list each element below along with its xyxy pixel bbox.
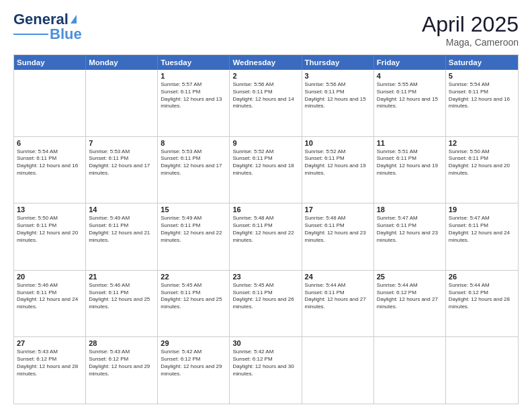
calendar-cell: 20Sunrise: 5:46 AM Sunset: 6:11 PM Dayli… — [14, 271, 86, 337]
day-sun-info: Sunrise: 5:50 AM Sunset: 6:11 PM Dayligh… — [449, 148, 515, 177]
day-number: 11 — [377, 139, 443, 147]
day-number: 16 — [232, 205, 298, 214]
day-number: 8 — [161, 139, 226, 147]
calendar-location: Maga, Cameroon — [422, 37, 519, 48]
logo-blue-text: Blue — [50, 27, 82, 42]
calendar-cell: 13Sunrise: 5:50 AM Sunset: 6:11 PM Dayli… — [14, 203, 86, 270]
day-sun-info: Sunrise: 5:47 AM Sunset: 6:11 PM Dayligh… — [377, 215, 443, 244]
calendar-cell: 3Sunrise: 5:56 AM Sunset: 6:11 PM Daylig… — [302, 70, 374, 136]
day-sun-info: Sunrise: 5:55 AM Sunset: 6:11 PM Dayligh… — [377, 81, 443, 110]
calendar-cell: 6Sunrise: 5:54 AM Sunset: 6:11 PM Daylig… — [14, 137, 86, 203]
col-header-friday: Friday — [374, 55, 446, 70]
day-sun-info: Sunrise: 5:44 AM Sunset: 6:11 PM Dayligh… — [305, 282, 371, 311]
col-header-monday: Monday — [86, 55, 158, 70]
calendar-cell: 1Sunrise: 5:57 AM Sunset: 6:11 PM Daylig… — [158, 70, 230, 136]
day-number: 20 — [17, 273, 83, 281]
col-header-thursday: Thursday — [302, 55, 374, 70]
calendar-body: 1Sunrise: 5:57 AM Sunset: 6:11 PM Daylig… — [14, 70, 518, 404]
day-sun-info: Sunrise: 5:52 AM Sunset: 6:11 PM Dayligh… — [305, 148, 371, 177]
calendar-cell — [374, 337, 446, 404]
day-number: 17 — [305, 205, 371, 214]
calendar-cell: 10Sunrise: 5:52 AM Sunset: 6:11 PM Dayli… — [302, 137, 374, 203]
calendar-week-5: 27Sunrise: 5:43 AM Sunset: 6:12 PM Dayli… — [14, 337, 518, 404]
day-number: 13 — [17, 205, 83, 214]
calendar-cell: 26Sunrise: 5:44 AM Sunset: 6:12 PM Dayli… — [446, 271, 518, 337]
calendar-cell: 16Sunrise: 5:48 AM Sunset: 6:11 PM Dayli… — [230, 203, 302, 270]
calendar-cell: 25Sunrise: 5:44 AM Sunset: 6:12 PM Dayli… — [374, 271, 446, 337]
calendar-cell: 24Sunrise: 5:44 AM Sunset: 6:11 PM Dayli… — [302, 271, 374, 337]
calendar-cell: 4Sunrise: 5:55 AM Sunset: 6:11 PM Daylig… — [374, 70, 446, 136]
day-number: 15 — [161, 205, 226, 214]
day-sun-info: Sunrise: 5:46 AM Sunset: 6:11 PM Dayligh… — [17, 282, 83, 311]
calendar-cell: 18Sunrise: 5:47 AM Sunset: 6:11 PM Dayli… — [374, 203, 446, 270]
day-number: 29 — [161, 339, 226, 347]
calendar-title: April 2025 — [422, 12, 519, 37]
calendar-cell: 23Sunrise: 5:45 AM Sunset: 6:11 PM Dayli… — [230, 271, 302, 337]
day-number: 19 — [449, 205, 515, 214]
col-header-tuesday: Tuesday — [158, 55, 230, 70]
calendar-cell — [86, 70, 158, 136]
calendar-cell: 12Sunrise: 5:50 AM Sunset: 6:11 PM Dayli… — [446, 137, 518, 203]
calendar-header-row: SundayMondayTuesdayWednesdayThursdayFrid… — [14, 55, 518, 70]
day-sun-info: Sunrise: 5:52 AM Sunset: 6:11 PM Dayligh… — [232, 148, 298, 177]
calendar: SundayMondayTuesdayWednesdayThursdayFrid… — [13, 54, 519, 404]
day-number: 21 — [89, 273, 154, 281]
day-number: 7 — [89, 139, 154, 147]
calendar-week-1: 1Sunrise: 5:57 AM Sunset: 6:11 PM Daylig… — [14, 70, 518, 137]
day-number: 3 — [305, 72, 371, 80]
col-header-wednesday: Wednesday — [230, 55, 302, 70]
title-block: April 2025 Maga, Cameroon — [422, 12, 519, 48]
day-sun-info: Sunrise: 5:45 AM Sunset: 6:11 PM Dayligh… — [161, 282, 226, 311]
day-sun-info: Sunrise: 5:48 AM Sunset: 6:11 PM Dayligh… — [232, 215, 298, 244]
day-sun-info: Sunrise: 5:46 AM Sunset: 6:11 PM Dayligh… — [89, 282, 154, 311]
calendar-cell: 21Sunrise: 5:46 AM Sunset: 6:11 PM Dayli… — [86, 271, 158, 337]
day-number: 1 — [161, 72, 226, 80]
day-sun-info: Sunrise: 5:56 AM Sunset: 6:11 PM Dayligh… — [232, 81, 298, 110]
calendar-cell: 22Sunrise: 5:45 AM Sunset: 6:11 PM Dayli… — [158, 271, 230, 337]
calendar-cell: 28Sunrise: 5:43 AM Sunset: 6:12 PM Dayli… — [86, 337, 158, 404]
calendar-cell: 15Sunrise: 5:49 AM Sunset: 6:11 PM Dayli… — [158, 203, 230, 270]
calendar-cell: 17Sunrise: 5:48 AM Sunset: 6:11 PM Dayli… — [302, 203, 374, 270]
col-header-sunday: Sunday — [14, 55, 86, 70]
day-sun-info: Sunrise: 5:43 AM Sunset: 6:12 PM Dayligh… — [89, 349, 154, 377]
day-number: 28 — [89, 339, 154, 347]
calendar-week-3: 13Sunrise: 5:50 AM Sunset: 6:11 PM Dayli… — [14, 203, 518, 271]
day-number: 23 — [232, 273, 298, 281]
day-number: 30 — [232, 339, 298, 347]
day-sun-info: Sunrise: 5:56 AM Sunset: 6:11 PM Dayligh… — [305, 81, 371, 110]
day-sun-info: Sunrise: 5:44 AM Sunset: 6:12 PM Dayligh… — [377, 282, 443, 311]
calendar-cell: 8Sunrise: 5:53 AM Sunset: 6:11 PM Daylig… — [158, 137, 230, 203]
page: General Blue April 2025 Maga, Cameroon S… — [0, 0, 532, 411]
day-number: 12 — [449, 139, 515, 147]
calendar-cell: 5Sunrise: 5:54 AM Sunset: 6:11 PM Daylig… — [446, 70, 518, 136]
calendar-cell: 2Sunrise: 5:56 AM Sunset: 6:11 PM Daylig… — [230, 70, 302, 136]
day-number: 14 — [89, 205, 154, 214]
day-number: 18 — [377, 205, 443, 214]
calendar-cell: 30Sunrise: 5:42 AM Sunset: 6:12 PM Dayli… — [230, 337, 302, 404]
day-number: 22 — [161, 273, 226, 281]
day-number: 26 — [449, 273, 515, 281]
day-sun-info: Sunrise: 5:47 AM Sunset: 6:11 PM Dayligh… — [449, 215, 515, 244]
day-sun-info: Sunrise: 5:43 AM Sunset: 6:12 PM Dayligh… — [17, 349, 83, 377]
day-sun-info: Sunrise: 5:49 AM Sunset: 6:11 PM Dayligh… — [89, 215, 154, 244]
day-number: 9 — [232, 139, 298, 147]
day-sun-info: Sunrise: 5:45 AM Sunset: 6:11 PM Dayligh… — [232, 282, 298, 311]
day-sun-info: Sunrise: 5:54 AM Sunset: 6:11 PM Dayligh… — [17, 148, 83, 177]
logo: General Blue — [13, 12, 82, 42]
day-sun-info: Sunrise: 5:54 AM Sunset: 6:11 PM Dayligh… — [449, 81, 515, 110]
calendar-cell: 19Sunrise: 5:47 AM Sunset: 6:11 PM Dayli… — [446, 203, 518, 270]
calendar-cell: 9Sunrise: 5:52 AM Sunset: 6:11 PM Daylig… — [230, 137, 302, 203]
calendar-cell: 27Sunrise: 5:43 AM Sunset: 6:12 PM Dayli… — [14, 337, 86, 404]
day-number: 24 — [305, 273, 371, 281]
day-sun-info: Sunrise: 5:49 AM Sunset: 6:11 PM Dayligh… — [161, 215, 226, 244]
day-number: 2 — [232, 72, 298, 80]
calendar-cell — [446, 337, 518, 404]
day-number: 5 — [449, 72, 515, 80]
calendar-cell — [302, 337, 374, 404]
day-sun-info: Sunrise: 5:42 AM Sunset: 6:12 PM Dayligh… — [232, 349, 298, 377]
calendar-week-2: 6Sunrise: 5:54 AM Sunset: 6:11 PM Daylig… — [14, 137, 518, 204]
day-sun-info: Sunrise: 5:48 AM Sunset: 6:11 PM Dayligh… — [305, 215, 371, 244]
header: General Blue April 2025 Maga, Cameroon — [13, 12, 519, 48]
day-sun-info: Sunrise: 5:50 AM Sunset: 6:11 PM Dayligh… — [17, 215, 83, 244]
day-sun-info: Sunrise: 5:53 AM Sunset: 6:11 PM Dayligh… — [161, 148, 226, 177]
